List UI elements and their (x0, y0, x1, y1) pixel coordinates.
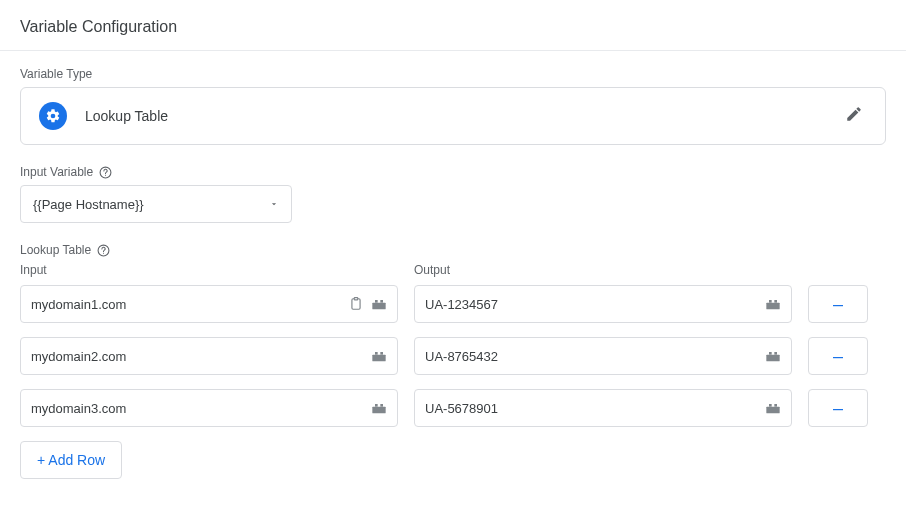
svg-rect-15 (766, 355, 779, 362)
input-cell[interactable] (20, 389, 398, 427)
variable-type-name: Lookup Table (85, 108, 168, 124)
svg-rect-16 (769, 352, 772, 355)
table-row: – (20, 285, 886, 323)
input-cell[interactable] (20, 285, 398, 323)
svg-rect-14 (380, 352, 383, 355)
input-cell[interactable] (20, 337, 398, 375)
svg-rect-5 (354, 298, 358, 300)
variable-picker-icon[interactable] (371, 297, 387, 311)
variable-picker-icon[interactable] (371, 401, 387, 415)
output-field[interactable] (425, 401, 765, 416)
dropdown-value: {{Page Hostname}} (33, 197, 144, 212)
variable-type-label: Variable Type (20, 67, 886, 81)
svg-rect-22 (769, 404, 772, 407)
table-row: – (20, 389, 886, 427)
svg-point-3 (103, 252, 104, 253)
svg-rect-18 (372, 407, 385, 414)
remove-row-button[interactable]: – (808, 285, 868, 323)
chevron-down-icon (269, 197, 279, 212)
svg-rect-20 (380, 404, 383, 407)
variable-picker-icon[interactable] (765, 349, 781, 363)
output-cell[interactable] (414, 389, 792, 427)
svg-rect-19 (375, 404, 378, 407)
svg-rect-12 (372, 355, 385, 362)
edit-icon[interactable] (839, 99, 869, 133)
input-field[interactable] (31, 349, 371, 364)
input-variable-label: Input Variable (20, 165, 886, 179)
input-column-header: Input (20, 263, 398, 277)
paste-icon[interactable] (349, 296, 363, 312)
remove-row-button[interactable]: – (808, 389, 868, 427)
gear-icon (39, 102, 67, 130)
page-header: Variable Configuration (0, 0, 906, 51)
input-variable-dropdown[interactable]: {{Page Hostname}} (20, 185, 292, 223)
svg-rect-10 (769, 300, 772, 303)
lookup-table-label: Lookup Table (20, 243, 886, 257)
lookup-headers: Input Output (20, 263, 886, 277)
input-variable-section: Input Variable {{Page Hostname}} (20, 165, 886, 223)
svg-rect-8 (380, 300, 383, 303)
page-title: Variable Configuration (20, 18, 886, 36)
svg-rect-6 (372, 303, 385, 310)
variable-picker-icon[interactable] (765, 401, 781, 415)
output-cell[interactable] (414, 337, 792, 375)
input-field[interactable] (31, 401, 371, 416)
table-row: – (20, 337, 886, 375)
remove-row-button[interactable]: – (808, 337, 868, 375)
variable-type-card[interactable]: Lookup Table (20, 87, 886, 145)
content-area: Variable Type Lookup Table Input Variabl… (0, 51, 906, 495)
variable-picker-icon[interactable] (371, 349, 387, 363)
lookup-rows: ––– (20, 285, 886, 427)
svg-point-1 (105, 174, 106, 175)
svg-rect-17 (774, 352, 777, 355)
svg-rect-23 (774, 404, 777, 407)
svg-rect-13 (375, 352, 378, 355)
svg-rect-21 (766, 407, 779, 414)
svg-rect-7 (375, 300, 378, 303)
help-icon[interactable] (99, 166, 112, 179)
output-field[interactable] (425, 349, 765, 364)
add-row-button[interactable]: + Add Row (20, 441, 122, 479)
output-cell[interactable] (414, 285, 792, 323)
svg-rect-11 (774, 300, 777, 303)
help-icon[interactable] (97, 244, 110, 257)
svg-rect-9 (766, 303, 779, 310)
input-field[interactable] (31, 297, 349, 312)
output-field[interactable] (425, 297, 765, 312)
variable-picker-icon[interactable] (765, 297, 781, 311)
lookup-table-section: Lookup Table Input Output ––– + Add Row (20, 243, 886, 479)
output-column-header: Output (414, 263, 450, 277)
